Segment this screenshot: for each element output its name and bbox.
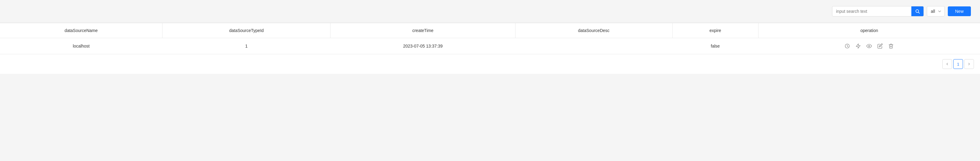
toolbar: all New <box>0 0 980 23</box>
lightning-icon[interactable] <box>855 43 861 49</box>
search-wrapper <box>832 6 924 16</box>
table-row: localhost 1 2023-07-05 13:37:39 false <box>0 38 980 54</box>
chevron-right-icon <box>967 62 971 66</box>
delete-icon[interactable] <box>888 43 894 49</box>
cell-dataSourceDesc <box>515 38 672 54</box>
cell-operation <box>758 38 980 54</box>
col-header-dataSourceTypeId: dataSourceTypeId <box>162 23 331 38</box>
col-header-expire: expire <box>672 23 758 38</box>
prev-page-button[interactable] <box>942 59 952 69</box>
col-header-operation: operation <box>758 23 980 38</box>
next-page-button[interactable] <box>964 59 974 69</box>
search-icon <box>915 9 920 14</box>
clock-icon[interactable] <box>844 43 850 49</box>
col-header-createTime: createTime <box>331 23 515 38</box>
cell-createTime: 2023-07-05 13:37:39 <box>331 38 515 54</box>
edit-icon[interactable] <box>877 43 883 49</box>
table-wrapper: dataSourceName dataSourceTypeId createTi… <box>0 23 980 54</box>
page-1-button[interactable]: 1 <box>953 59 963 69</box>
svg-line-1 <box>918 12 920 13</box>
svg-point-3 <box>869 45 870 47</box>
operation-icons <box>764 43 974 49</box>
data-table: dataSourceName dataSourceTypeId createTi… <box>0 23 980 54</box>
page-wrapper: all New dataSourceName dataSourceTypeId … <box>0 0 980 161</box>
chevron-left-icon <box>945 62 949 66</box>
col-header-dataSourceName: dataSourceName <box>0 23 162 38</box>
new-button[interactable]: New <box>948 6 971 16</box>
col-header-dataSourceDesc: dataSourceDesc <box>515 23 672 38</box>
eye-icon[interactable] <box>866 43 872 49</box>
filter-select[interactable]: all <box>927 6 945 16</box>
cell-expire: false <box>672 38 758 54</box>
search-button[interactable] <box>912 6 923 16</box>
pagination: 1 <box>0 54 980 74</box>
table-header-row: dataSourceName dataSourceTypeId createTi… <box>0 23 980 38</box>
cell-dataSourceName: localhost <box>0 38 162 54</box>
cell-dataSourceTypeId: 1 <box>162 38 331 54</box>
search-input[interactable] <box>832 6 912 16</box>
